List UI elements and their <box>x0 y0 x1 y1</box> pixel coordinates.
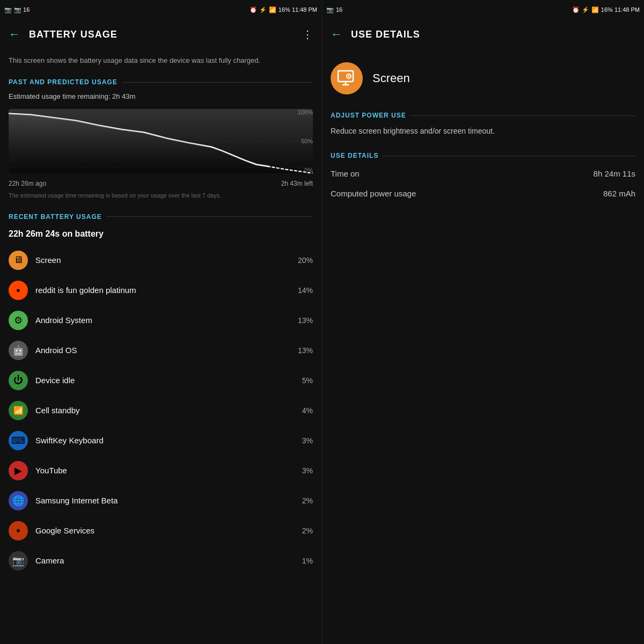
time-on-label: Time on <box>331 169 360 178</box>
section-adjust-label: ADJUST POWER USE <box>331 112 406 119</box>
section-divider-adjust <box>411 115 635 116</box>
power-usage-label: Computed power usage <box>331 189 416 198</box>
signal-icon: 📶 <box>269 6 276 13</box>
chart-end-time: 2h 43m left <box>281 180 313 187</box>
battery-usage-header: ← BATTERY USAGE ⋮ <box>0 19 321 49</box>
section-recent-usage: RECENT BATTERY USAGE <box>0 204 321 225</box>
svg-point-9 <box>348 76 350 77</box>
list-item[interactable]: 🌐 Samsung Internet Beta 2% <box>0 486 321 516</box>
list-item[interactable]: 📶 Cell standby 4% <box>0 396 321 426</box>
battery-pct-right: 16% 11:48 PM <box>601 6 640 13</box>
left-panel-content: This screen shows the battery usage data… <box>0 49 321 644</box>
android-os-icon: 🤖 <box>9 341 28 360</box>
app-pct: 1% <box>302 557 313 565</box>
notification-count-right: 16 <box>336 6 342 13</box>
use-details-app-name: Screen <box>372 71 410 85</box>
section-past-label: PAST AND PREDICTED USAGE <box>9 78 118 86</box>
app-pct: 3% <box>302 466 313 475</box>
chart-time-labels: 22h 26m ago 2h 43m left <box>0 178 321 189</box>
list-item[interactable]: 📷 Camera 1% <box>0 546 321 576</box>
list-item[interactable]: ✦ Google Services 2% <box>0 516 321 546</box>
screen-svg-icon <box>337 69 356 88</box>
app-name: reddit is fun golden platinum <box>35 286 298 295</box>
screen-icon: 🖥 <box>9 251 28 270</box>
status-right-info: ⏰ ⚡ 📶 16% 11:48 PM <box>250 6 317 13</box>
status-left-icons: 📷 📷 16 <box>4 6 30 13</box>
page-title-right: USE DETAILS <box>351 29 635 40</box>
app-name: YouTube <box>35 466 302 475</box>
time-on-value: 8h 24m 11s <box>594 169 635 178</box>
app-pct: 2% <box>302 526 313 535</box>
app-battery-list: 🖥 Screen 20% ● reddit is fun golden plat… <box>0 245 321 576</box>
section-past-usage: PAST AND PREDICTED USAGE <box>0 70 321 90</box>
app-name: Google Services <box>35 526 302 535</box>
section-use-details: USE DETAILS <box>322 143 644 164</box>
reddit-icon: ● <box>9 281 28 300</box>
section-divider-use-details <box>383 156 635 156</box>
estimated-time: Estimated usage time remaining: 2h 43m <box>0 90 321 105</box>
status-right-info: ⏰ ⚡ 📶 16% 11:48 PM <box>572 6 640 13</box>
section-use-details-label: USE DETAILS <box>331 152 378 159</box>
app-name: Android OS <box>35 346 298 355</box>
camera-icon: 📷 <box>9 551 28 570</box>
list-item[interactable]: 🤖 Android OS 13% <box>0 335 321 365</box>
chart-note: The estimated usage time remaining is ba… <box>0 189 321 204</box>
bolt-icon-right: ⚡ <box>582 6 589 13</box>
power-usage-value: 862 mAh <box>603 189 635 198</box>
alarm-icon: ⏰ <box>250 6 257 13</box>
battery-pct-left: 16% 11:48 PM <box>279 6 317 13</box>
list-item[interactable]: ⚙ Android System 13% <box>0 305 321 335</box>
app-icon-row: Screen <box>322 49 644 103</box>
app-pct: 5% <box>302 376 313 385</box>
list-item[interactable]: ● reddit is fun golden platinum 14% <box>0 275 321 305</box>
list-item[interactable]: 🖥 Screen 20% <box>0 245 321 275</box>
battery-chart-svg <box>9 109 313 173</box>
samsung-browser-icon: 🌐 <box>9 491 28 510</box>
app-name: Android System <box>35 316 298 325</box>
alarm-icon-right: ⏰ <box>572 6 580 13</box>
app-pct: 13% <box>298 346 313 355</box>
notification-count: 📷 16 <box>14 6 30 13</box>
signal-icon-right: 📶 <box>591 6 599 13</box>
list-item[interactable]: ⌨ SwiftKey Keyboard 3% <box>0 426 321 456</box>
app-name: Screen <box>35 255 298 265</box>
youtube-icon: ▶ <box>9 461 28 480</box>
section-recent-label: RECENT BATTERY USAGE <box>9 213 102 221</box>
bolt-icon: ⚡ <box>259 6 267 13</box>
app-pct: 4% <box>302 406 313 415</box>
list-item[interactable]: ⏻ Device idle 5% <box>0 365 321 396</box>
cell-standby-icon: 📶 <box>9 401 28 420</box>
app-pct: 3% <box>302 436 313 445</box>
photo-icon-right: 📷 <box>326 6 334 13</box>
back-button-right[interactable]: ← <box>331 27 342 41</box>
device-idle-icon: ⏻ <box>9 371 28 390</box>
back-button[interactable]: ← <box>9 27 20 41</box>
chart-start-time: 22h 26m ago <box>9 180 46 187</box>
detail-power-usage: Computed power usage 862 mAh <box>322 184 644 203</box>
google-services-icon: ✦ <box>9 521 28 540</box>
app-name: SwiftKey Keyboard <box>35 436 302 445</box>
use-details-header: ← USE DETAILS <box>322 19 644 49</box>
page-title-left: BATTERY USAGE <box>29 29 302 40</box>
android-system-icon: ⚙ <box>9 311 28 330</box>
section-adjust-power: ADJUST POWER USE <box>322 103 644 123</box>
swiftkey-icon: ⌨ <box>9 431 28 450</box>
status-right-left-icons: 📷 16 <box>326 6 342 13</box>
screen-app-icon <box>331 62 363 94</box>
more-options-button[interactable]: ⋮ <box>302 28 313 41</box>
list-item[interactable]: ▶ YouTube 3% <box>0 456 321 486</box>
app-name: Samsung Internet Beta <box>35 496 302 505</box>
detail-time-on: Time on 8h 24m 11s <box>322 164 644 184</box>
section-divider-recent <box>106 216 313 217</box>
app-pct: 13% <box>298 316 313 325</box>
status-bar-right: 📷 16 ⏰ ⚡ 📶 16% 11:48 PM <box>322 0 644 19</box>
section-divider-past <box>122 82 313 83</box>
battery-chart: 100% 50% 0% <box>9 109 313 173</box>
left-panel: 📷 📷 16 ⏰ ⚡ 📶 16% 11:48 PM ← BATTERY USAG… <box>0 0 322 644</box>
right-panel: 📷 16 ⏰ ⚡ 📶 16% 11:48 PM ← USE DETAILS Sc… <box>322 0 644 644</box>
app-name: Camera <box>35 556 302 565</box>
photo-icon: 📷 <box>4 6 12 13</box>
app-name: Device idle <box>35 376 302 385</box>
battery-description: This screen shows the battery usage data… <box>0 49 321 70</box>
app-pct: 2% <box>302 496 313 505</box>
